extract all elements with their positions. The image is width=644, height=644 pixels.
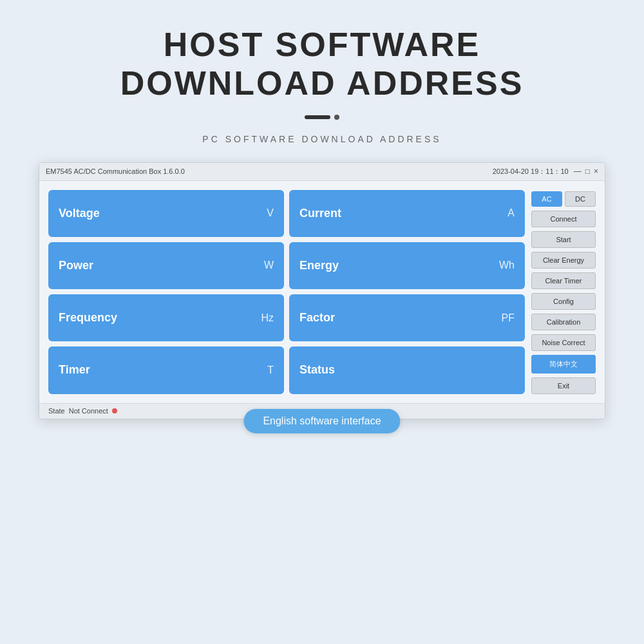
- window-wrapper: EM7545 AC/DC Communication Box 1.6.0.0 2…: [39, 162, 605, 419]
- title-section: HOST SOFTWARE DOWNLOAD ADDRESS PC SOFTWA…: [120, 26, 524, 144]
- clear-energy-button[interactable]: Clear Energy: [531, 252, 596, 269]
- ac-dc-row: AC DC: [531, 191, 596, 207]
- cell-timer: Timer T: [48, 346, 284, 393]
- calibration-button[interactable]: Calibration: [531, 314, 596, 330]
- close-button[interactable]: ×: [594, 167, 598, 176]
- cell-energy: Energy Wh: [289, 242, 525, 289]
- sidebar: AC DC Connect Start Clear Energy Clear T…: [531, 190, 596, 394]
- chinese-button[interactable]: 简体中文: [531, 355, 596, 374]
- indicator-bar: [305, 115, 330, 119]
- frequency-unit: Hz: [261, 312, 274, 324]
- window-datetime: 2023-04-20 19：11：10: [493, 167, 569, 176]
- badge-label: English software interface: [243, 409, 400, 433]
- timer-label: Timer: [59, 363, 90, 377]
- window-title: EM7545 AC/DC Communication Box 1.6.0.0: [46, 167, 185, 175]
- current-label: Current: [299, 207, 341, 220]
- power-unit: W: [264, 260, 274, 271]
- power-label: Power: [59, 259, 93, 272]
- timer-unit: T: [267, 365, 274, 376]
- voltage-label: Voltage: [59, 207, 100, 220]
- cell-frequency: Frequency Hz: [48, 294, 284, 341]
- dc-button[interactable]: DC: [565, 191, 596, 207]
- start-button[interactable]: Start: [531, 231, 596, 248]
- noise-correct-button[interactable]: Noise Correct: [531, 334, 596, 351]
- factor-unit: PF: [502, 312, 515, 324]
- config-button[interactable]: Config: [531, 293, 596, 310]
- minimize-button[interactable]: —: [574, 167, 582, 176]
- energy-unit: Wh: [499, 260, 515, 271]
- status-label: Status: [299, 363, 335, 377]
- ac-button[interactable]: AC: [531, 191, 562, 207]
- maximize-button[interactable]: □: [585, 167, 590, 176]
- factor-label: Factor: [299, 311, 335, 325]
- cell-factor: Factor PF: [289, 294, 525, 341]
- window-controls: — □ ×: [574, 167, 598, 176]
- page-title: HOST SOFTWARE DOWNLOAD ADDRESS: [120, 26, 524, 103]
- cell-power: Power W: [48, 242, 284, 289]
- cell-status: Status: [289, 346, 525, 393]
- status-dot: [112, 408, 117, 413]
- main-grid: Voltage V Current A Power W Energy Wh: [48, 190, 525, 394]
- clear-timer-button[interactable]: Clear Timer: [531, 272, 596, 289]
- software-window: EM7545 AC/DC Communication Box 1.6.0.0 2…: [39, 162, 605, 419]
- indicator: [120, 115, 524, 120]
- current-unit: A: [507, 207, 515, 219]
- state-label: State: [48, 407, 65, 415]
- title-bar-right: 2023-04-20 19：11：10 — □ ×: [493, 167, 598, 176]
- state-value: Not Connect: [69, 407, 108, 415]
- title-bar: EM7545 AC/DC Communication Box 1.6.0.0 2…: [39, 163, 605, 181]
- cell-current: Current A: [289, 190, 525, 237]
- exit-button[interactable]: Exit: [531, 377, 596, 394]
- frequency-label: Frequency: [59, 311, 117, 325]
- subtitle: PC SOFTWARE DOWNLOAD ADDRESS: [120, 134, 524, 144]
- indicator-dot: [334, 115, 339, 120]
- cell-voltage: Voltage V: [48, 190, 284, 237]
- energy-label: Energy: [299, 259, 339, 272]
- connect-button[interactable]: Connect: [531, 211, 596, 227]
- voltage-unit: V: [267, 207, 274, 219]
- window-content: Voltage V Current A Power W Energy Wh: [39, 181, 605, 403]
